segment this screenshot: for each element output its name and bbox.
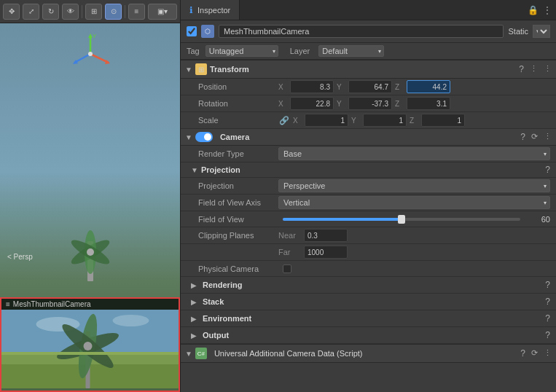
transform-more-icon[interactable]: ⋮ [544,64,552,74]
more-icon[interactable]: ⋮ [543,5,552,15]
view-mode-button[interactable]: ▣▾ [148,4,177,20]
hand-tool-button[interactable]: ✥ [3,4,20,20]
tag-dropdown[interactable]: Untagged ▾ [205,45,278,57]
pos-z-input[interactable] [407,80,450,93]
preview-menu-icon: ≡ [6,300,10,308]
projection-help-icon[interactable]: ? [545,165,550,175]
transform-section-header: ▼ ⊞ Transform ? ⋮ ⋮ [181,60,556,79]
projection-dropdown[interactable]: Perspective ▾ [278,179,550,192]
rot-z-label: Z [395,100,404,108]
stack-label: Stack [203,297,224,306]
layer-dropdown[interactable]: Default ▾ [318,45,384,57]
camera-controls: ? ⟳ ⋮ [520,132,552,142]
projection-subsection-header[interactable]: ▼ Projection ? [181,162,556,178]
fov-slider-track[interactable] [283,218,520,221]
camera-settings-icon[interactable]: ⟳ [531,132,538,142]
fov-axis-row: Field of View Axis Vertical ▾ [181,195,556,211]
toolbar-separator-1 [82,5,82,18]
toolbar: ✥ ⤢ ↻ 👁 ⊞ ⊙ ≡ ▣▾ [0,0,180,23]
rotation-row: Rotation X Y Z [181,95,556,112]
tab-bar: ℹ Inspector 🔒 ⋮ [181,0,556,20]
inspector-tab[interactable]: ℹ Inspector [181,0,240,20]
grid-tool-button[interactable]: ⊞ [85,4,102,20]
projection-collapse-icon[interactable]: ▼ [191,166,198,174]
camera-collapse-icon[interactable]: ▼ [185,133,192,141]
object-active-checkbox[interactable] [187,26,197,36]
object-name-field[interactable] [219,25,504,38]
static-dropdown[interactable]: ▾ [533,25,550,38]
fov-slider-row: Field of View 60 [181,211,556,227]
rotate-tool-button[interactable]: ↻ [42,4,59,20]
rendering-help-icon[interactable]: ? [545,280,550,290]
universal-collapse-icon[interactable]: ▼ [185,350,192,358]
render-type-label: Render Type [198,149,278,158]
scale-z-input[interactable] [421,114,465,127]
inspector-content: ⬡ Static ▾ Tag Untagged ▾ Layer Default … [181,20,556,392]
rendering-label: Rendering [203,281,242,289]
pos-x-input[interactable] [290,80,334,93]
camera-title: Camera [220,133,517,141]
projection-arrow-icon: ▾ [544,183,547,189]
environment-collapse-icon[interactable]: ▶ [191,315,197,323]
inspector-tab-label: Inspector [197,6,230,15]
far-input[interactable] [304,246,348,259]
environment-row[interactable]: ▶ Environment ? [181,310,556,327]
stack-help-icon[interactable]: ? [545,297,550,307]
move-tool-button[interactable]: ⤢ [23,4,39,20]
rendering-collapse-icon[interactable]: ▶ [191,281,197,289]
scale-link-icon[interactable]: 🔗 [278,114,290,126]
stack-collapse-icon[interactable]: ▶ [191,298,197,306]
scale-z-label: Z [410,117,418,125]
transform-help-icon[interactable]: ? [519,64,524,74]
rotation-values: X Y Z [278,97,550,110]
camera-section-header: ▼ Camera ? ⟳ ⋮ [181,129,556,146]
circle-tool-button[interactable]: ⊙ [105,4,122,20]
persp-label: < Persp [7,253,33,261]
universal-help-icon[interactable]: ? [520,348,525,358]
environment-help-icon[interactable]: ? [545,313,550,324]
tag-value: Untagged [209,47,244,55]
svg-point-22 [84,342,93,350]
scale-values: 🔗 X Y Z [278,114,550,127]
render-type-arrow-icon: ▾ [544,151,547,157]
environment-label: Environment [203,314,251,323]
fov-axis-dropdown[interactable]: Vertical ▾ [278,196,550,209]
camera-more-icon[interactable]: ⋮ [544,132,552,142]
lock-icon[interactable]: 🔒 [528,5,539,15]
near-input[interactable] [304,229,348,242]
pos-z-label: Z [395,83,404,91]
transform-settings-icon[interactable]: ⋮ [530,64,538,74]
pos-y-label: Y [337,83,345,91]
scene-viewport[interactable]: Y < Persp [0,23,180,392]
projection-section-label: Projection [201,165,240,174]
transform-collapse-icon[interactable]: ▼ [185,66,192,74]
preview-title: ≡ MeshThumbnailCamera [1,299,179,310]
rot-z-input[interactable] [407,97,450,110]
universal-more-icon[interactable]: ⋮ [544,348,552,358]
output-help-icon[interactable]: ? [545,330,550,340]
fov-slider-thumb[interactable] [398,215,405,224]
universal-controls: ? ⟳ ⋮ [520,348,552,358]
output-collapse-icon[interactable]: ▶ [191,332,197,340]
rot-x-input[interactable] [290,97,334,110]
fov-axis-value: Vertical [283,198,310,207]
physical-camera-row: Physical Camera [181,261,556,277]
scale-x-input[interactable] [305,114,348,127]
universal-settings-icon[interactable]: ⟳ [531,348,538,358]
transform-controls: ? ⋮ ⋮ [519,64,552,74]
stack-row[interactable]: ▶ Stack ? [181,294,556,310]
eye-tool-button[interactable]: 👁 [62,4,79,20]
physical-camera-checkbox[interactable] [283,264,291,273]
camera-help-icon[interactable]: ? [520,132,525,142]
render-type-row: Render Type Base ▾ [181,146,556,162]
output-row[interactable]: ▶ Output ? [181,327,556,344]
render-type-dropdown[interactable]: Base ▾ [278,147,550,160]
rendering-row[interactable]: ▶ Rendering ? [181,277,556,294]
pos-y-input[interactable] [348,80,392,93]
rot-y-input[interactable] [348,97,392,110]
scale-row: Scale 🔗 X Y Z [181,112,556,129]
svg-point-7 [88,52,93,56]
layers-button[interactable]: ≡ [128,4,145,20]
camera-toggle[interactable] [195,132,213,142]
scale-y-input[interactable] [363,114,407,127]
